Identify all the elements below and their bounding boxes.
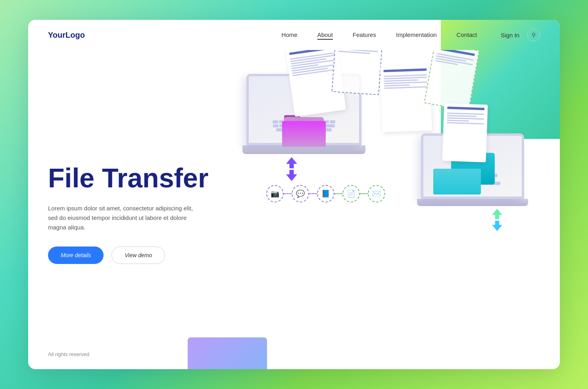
nav-item-about[interactable]: About — [317, 31, 333, 39]
copyright-text: All rights reserved — [48, 351, 89, 357]
nav-link-contact[interactable]: Contact — [457, 31, 477, 38]
arrow-up-icon — [286, 157, 297, 168]
folder-front — [433, 169, 481, 194]
hero-illustration: 📷 💬 📘 📄 ✉️ — [215, 50, 540, 369]
doc-line — [447, 119, 469, 121]
document-3 — [380, 65, 432, 132]
logo: YourLogo — [48, 31, 85, 40]
doc-line — [384, 79, 418, 82]
hero-title: File Transfer — [48, 163, 215, 193]
chain-item-file: 📄 — [342, 185, 360, 202]
arrow-up-green-icon — [492, 209, 502, 219]
transfer-arrows-left — [286, 157, 297, 181]
nav-link-features[interactable]: Features — [353, 31, 376, 38]
chain-connector — [309, 193, 317, 194]
illustration-container: 📷 💬 📘 📄 ✉️ — [215, 50, 540, 369]
transfer-chain: 📷 💬 📘 📄 ✉️ — [266, 185, 385, 202]
nav-item-features[interactable]: Features — [353, 31, 376, 39]
nav-item-contact[interactable]: Contact — [457, 31, 477, 39]
laptop-right-screen — [421, 133, 524, 199]
chain-connector — [284, 193, 292, 194]
file-icon: 📄 — [347, 189, 355, 198]
doc-line — [447, 112, 484, 115]
nav-item-home[interactable]: Home — [282, 31, 298, 39]
doc-line — [447, 117, 484, 119]
laptop-right-base — [417, 199, 528, 206]
hero-buttons: More details View demo — [48, 246, 215, 264]
chain-connector-green — [334, 193, 342, 194]
sign-in-link[interactable]: Sign In — [501, 32, 519, 39]
nav-link-home[interactable]: Home — [282, 31, 298, 38]
search-icon: ⚲ — [532, 32, 536, 38]
book-icon: 📘 — [321, 189, 330, 198]
nav-link-implementation[interactable]: Implementation — [396, 31, 437, 38]
document-4 — [424, 50, 479, 111]
folder-right — [435, 161, 479, 193]
envelope-icon: ✉️ — [372, 189, 381, 198]
chain-item-envelope: ✉️ — [368, 185, 385, 202]
transfer-arrows-right — [492, 209, 502, 231]
chain-connector-green — [360, 193, 368, 194]
hero-left: File Transfer Lorem ipsum dolor sit amet… — [48, 50, 215, 369]
doc-line — [384, 77, 427, 79]
view-demo-button[interactable]: View demo — [111, 246, 165, 264]
footer: All rights reserved — [48, 351, 89, 357]
more-details-button[interactable]: More details — [48, 246, 104, 264]
chain-item-camera: 📷 — [266, 185, 284, 202]
document-2 — [332, 50, 384, 95]
arrow-down-blue-icon — [492, 221, 502, 231]
laptop-right — [421, 133, 528, 213]
hero-description: Lorem ipsum dolor sit amet, consectetur … — [48, 204, 195, 232]
doc-line — [384, 85, 410, 87]
chain-item-chat: 💬 — [292, 185, 309, 202]
doc-line — [447, 115, 477, 117]
main-content: File Transfer Lorem ipsum dolor sit amet… — [28, 50, 560, 369]
arrow-down-icon — [286, 170, 297, 181]
navbar: YourLogo Home About Features Implementat… — [28, 20, 560, 50]
chain-item-book: 📘 — [317, 185, 334, 202]
document-5 — [442, 103, 488, 162]
key — [273, 124, 279, 127]
doc-line — [447, 122, 484, 124]
folder-left — [280, 111, 328, 147]
nav-right: Sign In ⚲ — [501, 29, 540, 41]
nav-link-about[interactable]: About — [317, 31, 333, 40]
doc-line — [384, 86, 427, 89]
camera-icon: 📷 — [271, 189, 279, 198]
folder-front — [282, 121, 326, 147]
search-button[interactable]: ⚲ — [527, 29, 540, 41]
nav-links: Home About Features Implementation Conta… — [282, 31, 477, 39]
doc-line — [384, 81, 427, 84]
chat-icon: 💬 — [296, 189, 305, 198]
key — [330, 120, 335, 123]
key — [273, 120, 278, 123]
nav-item-implementation[interactable]: Implementation — [396, 31, 437, 39]
main-card: YourLogo Home About Features Implementat… — [28, 20, 560, 369]
